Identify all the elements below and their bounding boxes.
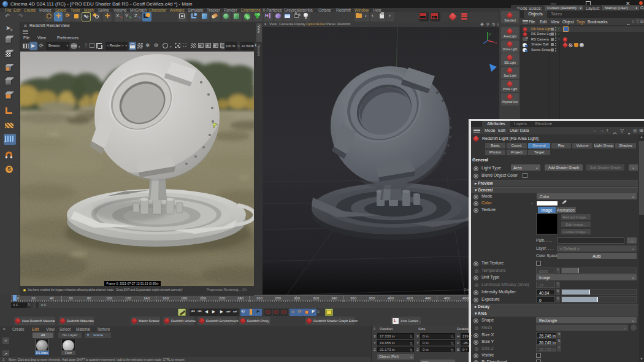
svg-text:x: x (495, 41, 497, 45)
svg-text:y: y (489, 32, 491, 36)
